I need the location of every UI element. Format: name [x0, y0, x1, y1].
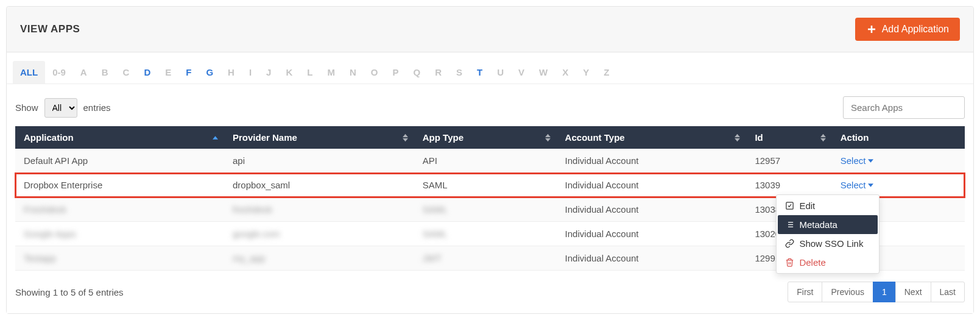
svg-marker-5 [545, 133, 551, 137]
alpha-0-9[interactable]: 0-9 [45, 61, 73, 84]
cell-id: 12957 [746, 149, 831, 173]
alpha-all[interactable]: ALL [13, 61, 45, 84]
svg-marker-9 [820, 133, 826, 137]
page-first[interactable]: First [788, 282, 822, 302]
cell-app_type: API [414, 149, 557, 173]
cell-account_type: Individual Account [557, 173, 747, 197]
alpha-c[interactable]: C [116, 61, 137, 84]
alpha-v[interactable]: V [511, 61, 532, 84]
table-row: Dropbox Enterprisedropbox_samlSAMLIndivi… [15, 173, 965, 197]
col-accounttype[interactable]: Account Type [557, 126, 747, 149]
plus-icon [866, 24, 877, 35]
entries-info: Showing 1 to 5 of 5 entries [15, 287, 124, 297]
alpha-w[interactable]: W [532, 61, 555, 84]
alpha-d[interactable]: D [136, 61, 158, 84]
svg-marker-12 [868, 183, 873, 187]
page-1[interactable]: 1 [873, 282, 896, 302]
alpha-h[interactable]: H [220, 61, 242, 84]
search-input[interactable] [843, 96, 965, 119]
show-prefix: Show [15, 102, 38, 113]
alpha-x[interactable]: X [555, 61, 576, 84]
cell-account_type: Individual Account [557, 149, 747, 173]
alpha-m[interactable]: M [320, 61, 342, 84]
entries-select[interactable]: All [44, 98, 77, 118]
cell-app_type: SAML [414, 173, 557, 197]
cell-provider: api [224, 149, 414, 173]
show-suffix: entries [83, 102, 111, 113]
dropdown-edit[interactable]: Edit [778, 196, 878, 215]
col-application[interactable]: Application [15, 126, 224, 149]
search-box [843, 96, 965, 119]
svg-marker-8 [735, 138, 740, 141]
alpha-s[interactable]: S [449, 61, 470, 84]
page-title: VIEW APPS [20, 23, 80, 35]
cell-application: Testapp [15, 246, 224, 271]
pagination: FirstPrevious1NextLast [788, 282, 965, 302]
alpha-j[interactable]: J [259, 61, 278, 84]
cell-app_type: SAML [414, 197, 557, 222]
show-entries: Show All entries [15, 98, 111, 118]
cell-provider: google.com [224, 222, 414, 246]
alpha-y[interactable]: Y [576, 61, 596, 84]
col-provider[interactable]: Provider Name [224, 126, 414, 149]
col-apptype[interactable]: App Type [414, 126, 557, 149]
col-id[interactable]: Id [746, 126, 831, 149]
table-controls: Show All entries [7, 96, 973, 126]
alpha-f[interactable]: F [178, 61, 199, 84]
view-apps-panel: VIEW APPS Add Application ALL0-9ABCDEFGH… [6, 6, 974, 314]
alpha-e[interactable]: E [158, 61, 178, 84]
alpha-p[interactable]: P [385, 61, 406, 84]
alpha-a[interactable]: A [73, 61, 94, 84]
page-last[interactable]: Last [931, 282, 965, 302]
alpha-o[interactable]: O [364, 61, 386, 84]
cell-provider: freshdesk [224, 197, 414, 222]
apps-table: Application Provider Name App Type Accou… [15, 126, 965, 271]
cell-account_type: Individual Account [557, 222, 747, 246]
alpha-q[interactable]: Q [406, 61, 428, 84]
select-dropdown-trigger[interactable]: Select EditMetadataShow SSO LinkDelete [841, 180, 874, 190]
col-action: Action [832, 126, 965, 149]
cell-action: Select EditMetadataShow SSO LinkDelete [832, 173, 965, 197]
svg-marker-10 [820, 138, 826, 141]
alpha-u[interactable]: U [490, 61, 511, 84]
alpha-g[interactable]: G [199, 61, 220, 84]
cell-application: Freshdesk [15, 197, 224, 222]
cell-application: Google Apps [15, 222, 224, 246]
page-previous[interactable]: Previous [822, 282, 873, 302]
svg-marker-7 [735, 133, 740, 137]
alpha-n[interactable]: N [342, 61, 364, 84]
cell-action: Select [832, 149, 965, 173]
alpha-b[interactable]: B [94, 61, 116, 84]
cell-id: 13039 [746, 173, 831, 197]
svg-marker-3 [403, 133, 408, 137]
dropdown-show-sso[interactable]: Show SSO Link [778, 234, 878, 253]
caret-down-icon [868, 183, 873, 187]
cell-account_type: Individual Account [557, 197, 747, 222]
alpha-z[interactable]: Z [596, 61, 616, 84]
svg-marker-4 [403, 138, 408, 141]
dropdown-metadata[interactable]: Metadata [778, 215, 878, 234]
alpha-i[interactable]: I [242, 61, 259, 84]
alpha-filter: ALL0-9ABCDEFGHIJKLMNOPQRSTUVWXYZ [7, 61, 973, 84]
dropdown-delete[interactable]: Delete [778, 253, 878, 272]
trash-icon [785, 258, 794, 267]
add-application-button[interactable]: Add Application [855, 18, 960, 41]
alpha-t[interactable]: T [470, 61, 490, 84]
cell-provider: my_app [224, 246, 414, 271]
svg-marker-2 [213, 136, 218, 139]
cell-app_type: JWT [414, 246, 557, 271]
alpha-k[interactable]: K [278, 61, 300, 84]
svg-marker-6 [545, 138, 551, 141]
select-dropdown-trigger[interactable]: Select [841, 155, 874, 166]
page-next[interactable]: Next [895, 282, 931, 302]
edit-icon [785, 201, 794, 210]
table-footer: Showing 1 to 5 of 5 entries FirstPreviou… [7, 271, 973, 302]
alpha-r[interactable]: R [428, 61, 449, 84]
alpha-l[interactable]: L [300, 61, 320, 84]
caret-down-icon [868, 159, 873, 163]
action-dropdown: EditMetadataShow SSO LinkDelete [776, 194, 880, 274]
list-icon [785, 220, 794, 229]
add-application-label: Add Application [882, 24, 949, 35]
panel-body: ALL0-9ABCDEFGHIJKLMNOPQRSTUVWXYZ Show Al… [7, 52, 973, 313]
table-row: Default API AppapiAPIIndividual Account1… [15, 149, 965, 173]
